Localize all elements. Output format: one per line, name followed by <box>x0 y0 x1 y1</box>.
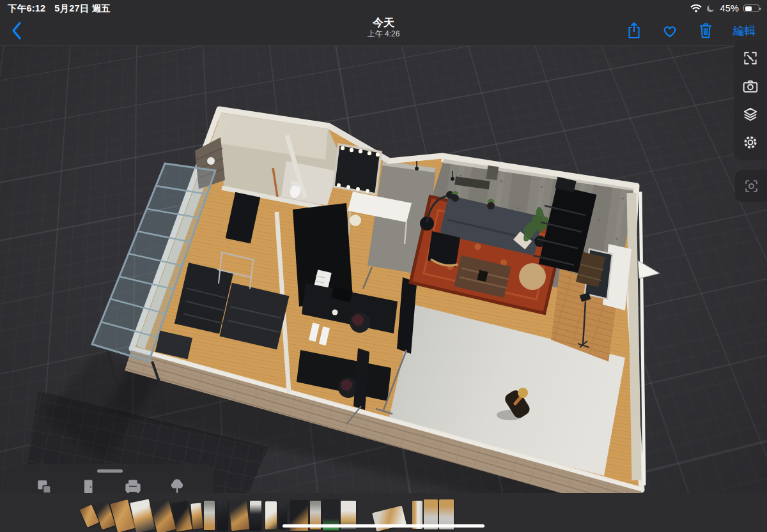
gaming-chair[interactable] <box>350 312 370 333</box>
gear-icon <box>742 134 759 151</box>
stool[interactable] <box>350 215 361 226</box>
back-button[interactable] <box>12 18 33 43</box>
nav-bar: 今天 上午 4:26 <box>0 15 767 46</box>
floor-plan-3d-view[interactable] <box>0 0 767 532</box>
open-window[interactable] <box>638 261 660 278</box>
filmstrip-thumbnail[interactable] <box>217 500 228 531</box>
pouf[interactable] <box>519 263 546 290</box>
layers-icon <box>742 106 759 123</box>
top-bar: 下午6:12 5月27日 週五 45% 今天 上午 4 <box>0 0 767 46</box>
camera-button[interactable] <box>737 73 764 99</box>
favorite-button[interactable] <box>662 22 678 40</box>
filmstrip-thumbnail[interactable] <box>229 500 250 531</box>
center-view-panel <box>735 170 767 202</box>
filmstrip-thumbnail[interactable] <box>190 503 203 529</box>
view-tools-panel <box>734 40 767 160</box>
wifi-icon <box>690 4 702 13</box>
battery-icon <box>743 4 759 12</box>
edit-button[interactable]: 編輯 <box>733 23 755 38</box>
layers-button[interactable] <box>737 102 764 127</box>
share-button[interactable] <box>626 22 642 40</box>
camera-icon <box>742 78 759 95</box>
delete-button[interactable] <box>697 22 714 40</box>
battery-percent: 45% <box>720 3 739 13</box>
moon-icon <box>706 4 715 13</box>
home-indicator[interactable] <box>283 524 484 528</box>
filmstrip-thumbnail[interactable] <box>204 501 215 530</box>
settings-button[interactable] <box>737 130 764 155</box>
side-toolbar <box>734 40 767 202</box>
status-bar: 下午6:12 5月27日 週五 45% <box>0 0 767 15</box>
center-view-button[interactable] <box>738 173 764 199</box>
pan-3d-icon <box>742 50 759 66</box>
lounge-chair[interactable] <box>428 231 460 267</box>
filmstrip-thumbnail[interactable] <box>265 501 277 529</box>
center-view-icon <box>743 178 759 194</box>
status-time: 下午6:12 <box>8 3 45 15</box>
status-date: 5月27日 週五 <box>54 3 111 15</box>
filmstrip-thumbnail[interactable] <box>250 501 261 530</box>
pan-3d-button[interactable] <box>737 45 764 71</box>
sheet-drag-handle[interactable] <box>97 469 123 473</box>
planner-app-screen: 下午6:12 5月27日 週五 45% 今天 上午 4 <box>0 0 767 532</box>
filmstrip-thumbnail[interactable] <box>372 506 407 532</box>
